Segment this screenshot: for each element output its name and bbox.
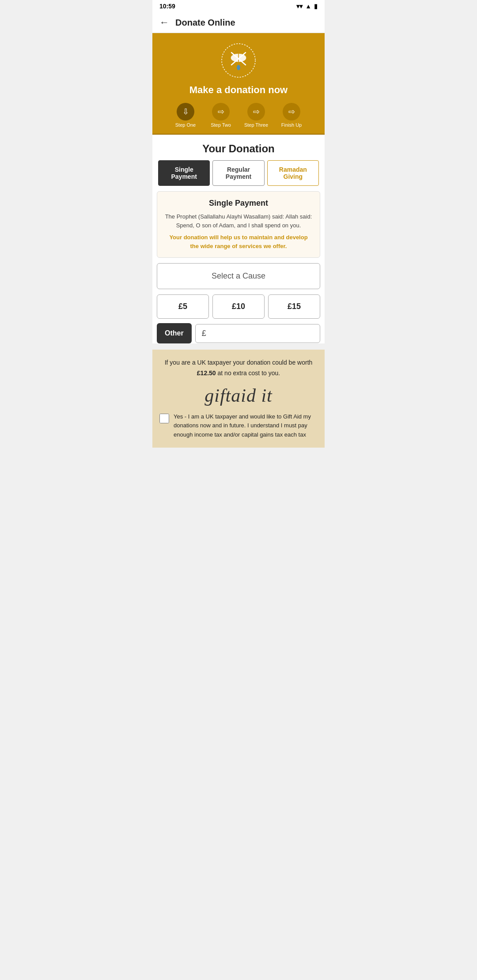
other-amount-row: Other £	[157, 323, 320, 343]
giftaid-info-text: If you are a UK taxpayer your donation c…	[159, 358, 318, 379]
giftaid-agree-text: Yes - I am a UK taxpayer and would like …	[174, 412, 318, 440]
status-bar: 10:59 ▾▾ ▲ ▮	[152, 0, 325, 12]
tab-ramadan-giving[interactable]: Ramadan Giving	[267, 160, 319, 186]
steps-row: ⇩ Step One ⇨ Step Two ⇨ Step Three ⇨ Fin…	[170, 103, 307, 134]
finish-up-icon: ⇨	[283, 103, 300, 121]
signal-icon: ▲	[305, 3, 311, 10]
payment-tabs: Single Payment Regular Payment Ramadan G…	[157, 160, 320, 186]
other-button[interactable]: Other	[157, 323, 192, 343]
other-amount-input[interactable]	[208, 329, 314, 338]
giftaid-line2: at no extra cost to you.	[218, 369, 280, 377]
select-cause-button[interactable]: Select a Cause	[157, 263, 320, 289]
svg-point-7	[237, 65, 240, 70]
giftaid-checkbox-row: Yes - I am a UK taxpayer and would like …	[159, 412, 318, 440]
your-donation-heading: Your Donation	[152, 135, 325, 160]
single-payment-box: Single Payment The Prophet (Sallallahu A…	[157, 191, 320, 258]
app-bar: ← Donate Online	[152, 12, 325, 33]
amount-5[interactable]: £5	[157, 294, 209, 319]
step-two-item: ⇨ Step Two	[205, 103, 236, 128]
main-content: Your Donation Single Payment Regular Pay…	[152, 135, 325, 343]
step-two-label: Step Two	[211, 122, 231, 128]
single-payment-title: Single Payment	[164, 199, 313, 208]
step-three-label: Step Three	[244, 122, 268, 128]
tab-single-payment[interactable]: Single Payment	[158, 160, 210, 186]
status-icons: ▾▾ ▲ ▮	[296, 3, 318, 10]
giftaid-line1: If you are a UK taxpayer your donation c…	[165, 359, 313, 366]
giftaid-amount: £12.50	[197, 369, 216, 377]
single-payment-notice: Your donation will help us to maintain a…	[164, 233, 313, 250]
amount-15[interactable]: £15	[268, 294, 320, 319]
page-title: Donate Online	[175, 18, 235, 28]
step-one-label: Step One	[175, 122, 196, 128]
giftaid-checkbox[interactable]	[159, 414, 169, 423]
single-payment-quote: The Prophet (Sallallahu Alayhi Wasallam)…	[164, 212, 313, 230]
step-three-item: ⇨ Step Three	[241, 103, 272, 128]
org-logo-svg	[219, 41, 258, 80]
amount-row: £5 £10 £15	[157, 294, 320, 319]
giftaid-section: If you are a UK taxpayer your donation c…	[152, 350, 325, 448]
step-one-item: ⇩ Step One	[170, 103, 201, 128]
tab-regular-payment[interactable]: Regular Payment	[212, 160, 264, 186]
step-two-icon: ⇨	[212, 103, 230, 121]
giftaid-logo-text: giftaid it	[204, 385, 273, 406]
giftaid-logo: giftaid it	[159, 385, 318, 406]
step-three-icon: ⇨	[247, 103, 265, 121]
wifi-icon: ▾▾	[296, 3, 303, 10]
battery-icon: ▮	[314, 3, 318, 10]
other-amount-input-wrapper: £	[195, 324, 320, 343]
time: 10:59	[159, 3, 175, 10]
step-one-icon: ⇩	[177, 103, 194, 121]
make-donation-heading: Make a donation now	[189, 84, 288, 96]
currency-symbol: £	[202, 329, 206, 338]
back-button[interactable]: ←	[159, 17, 169, 28]
finish-up-item: ⇨ Finish Up	[276, 103, 307, 128]
amount-10[interactable]: £10	[212, 294, 265, 319]
org-logo	[219, 41, 258, 80]
finish-up-label: Finish Up	[281, 122, 302, 128]
header-banner: Make a donation now ⇩ Step One ⇨ Step Tw…	[152, 33, 325, 134]
